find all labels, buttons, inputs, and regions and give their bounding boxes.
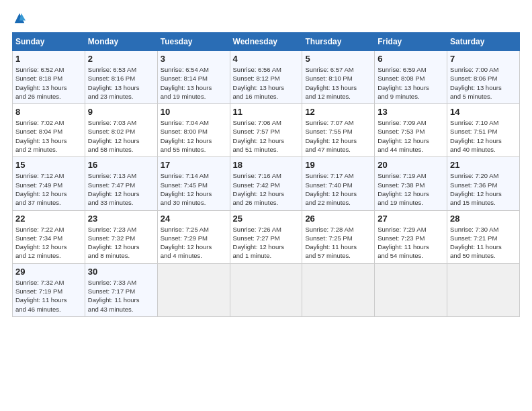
calendar-cell: 5Sunrise: 6:57 AM Sunset: 8:10 PM Daylig… <box>302 51 375 104</box>
calendar-cell: 28Sunrise: 7:30 AM Sunset: 7:21 PM Dayli… <box>447 210 520 263</box>
day-header-thursday: Thursday <box>302 33 375 51</box>
header <box>12 12 520 24</box>
calendar-cell: 27Sunrise: 7:29 AM Sunset: 7:23 PM Dayli… <box>375 210 447 263</box>
calendar-cell: 24Sunrise: 7:25 AM Sunset: 7:29 PM Dayli… <box>157 210 230 263</box>
day-info: Sunrise: 7:32 AM Sunset: 7:19 PM Dayligh… <box>15 278 82 314</box>
day-info: Sunrise: 7:17 AM Sunset: 7:40 PM Dayligh… <box>305 171 371 207</box>
calendar-cell: 26Sunrise: 7:28 AM Sunset: 7:25 PM Dayli… <box>302 210 375 263</box>
svg-marker-1 <box>19 13 26 21</box>
calendar-cell: 25Sunrise: 7:26 AM Sunset: 7:27 PM Dayli… <box>230 210 302 263</box>
day-info: Sunrise: 6:53 AM Sunset: 8:16 PM Dayligh… <box>88 65 154 101</box>
calendar-cell: 29Sunrise: 7:32 AM Sunset: 7:19 PM Dayli… <box>13 263 85 316</box>
week-row-0: 1Sunrise: 6:52 AM Sunset: 8:18 PM Daylig… <box>13 51 520 104</box>
day-info: Sunrise: 7:25 AM Sunset: 7:29 PM Dayligh… <box>161 225 227 261</box>
day-number: 16 <box>88 160 154 170</box>
day-number: 2 <box>88 54 154 64</box>
calendar-cell: 17Sunrise: 7:14 AM Sunset: 7:45 PM Dayli… <box>157 157 230 210</box>
week-row-4: 29Sunrise: 7:32 AM Sunset: 7:19 PM Dayli… <box>13 263 520 316</box>
day-number: 9 <box>88 107 154 117</box>
day-number: 22 <box>15 214 82 224</box>
day-info: Sunrise: 7:33 AM Sunset: 7:17 PM Dayligh… <box>88 278 154 314</box>
day-number: 13 <box>378 107 444 117</box>
day-number: 7 <box>450 54 517 64</box>
calendar-cell: 1Sunrise: 6:52 AM Sunset: 8:18 PM Daylig… <box>13 51 85 104</box>
day-number: 24 <box>161 214 227 224</box>
day-info: Sunrise: 7:30 AM Sunset: 7:21 PM Dayligh… <box>450 225 517 261</box>
week-row-3: 22Sunrise: 7:22 AM Sunset: 7:34 PM Dayli… <box>13 210 520 263</box>
day-header-saturday: Saturday <box>447 33 520 51</box>
week-row-1: 8Sunrise: 7:02 AM Sunset: 8:04 PM Daylig… <box>13 104 520 157</box>
calendar-cell: 10Sunrise: 7:04 AM Sunset: 8:00 PM Dayli… <box>157 104 230 157</box>
day-number: 18 <box>233 160 300 170</box>
day-number: 14 <box>450 107 517 117</box>
day-info: Sunrise: 6:57 AM Sunset: 8:10 PM Dayligh… <box>305 65 371 101</box>
calendar-cell <box>447 263 520 316</box>
calendar-cell: 23Sunrise: 7:23 AM Sunset: 7:32 PM Dayli… <box>85 210 157 263</box>
calendar-cell: 8Sunrise: 7:02 AM Sunset: 8:04 PM Daylig… <box>13 104 85 157</box>
calendar-cell: 4Sunrise: 6:56 AM Sunset: 8:12 PM Daylig… <box>230 51 302 104</box>
day-number: 10 <box>161 107 227 117</box>
day-number: 21 <box>450 160 517 170</box>
day-number: 12 <box>305 107 371 117</box>
day-number: 3 <box>161 54 227 64</box>
calendar-cell: 14Sunrise: 7:10 AM Sunset: 7:51 PM Dayli… <box>447 104 520 157</box>
day-info: Sunrise: 7:14 AM Sunset: 7:45 PM Dayligh… <box>161 171 227 207</box>
calendar-cell: 19Sunrise: 7:17 AM Sunset: 7:40 PM Dayli… <box>302 157 375 210</box>
day-info: Sunrise: 7:26 AM Sunset: 7:27 PM Dayligh… <box>233 225 300 261</box>
day-info: Sunrise: 7:13 AM Sunset: 7:47 PM Dayligh… <box>88 171 154 207</box>
day-number: 17 <box>161 160 227 170</box>
calendar-cell: 12Sunrise: 7:07 AM Sunset: 7:55 PM Dayli… <box>302 104 375 157</box>
day-info: Sunrise: 7:20 AM Sunset: 7:36 PM Dayligh… <box>450 171 517 207</box>
day-info: Sunrise: 6:54 AM Sunset: 8:14 PM Dayligh… <box>161 65 227 101</box>
calendar-cell: 9Sunrise: 7:03 AM Sunset: 8:02 PM Daylig… <box>85 104 157 157</box>
day-info: Sunrise: 7:00 AM Sunset: 8:06 PM Dayligh… <box>450 65 517 101</box>
calendar-cell: 22Sunrise: 7:22 AM Sunset: 7:34 PM Dayli… <box>13 210 85 263</box>
day-number: 27 <box>378 214 444 224</box>
day-info: Sunrise: 7:03 AM Sunset: 8:02 PM Dayligh… <box>88 118 154 154</box>
day-info: Sunrise: 7:04 AM Sunset: 8:00 PM Dayligh… <box>161 118 227 154</box>
week-row-2: 15Sunrise: 7:12 AM Sunset: 7:49 PM Dayli… <box>13 157 520 210</box>
calendar-cell: 20Sunrise: 7:19 AM Sunset: 7:38 PM Dayli… <box>375 157 447 210</box>
day-info: Sunrise: 6:56 AM Sunset: 8:12 PM Dayligh… <box>233 65 300 101</box>
day-header-tuesday: Tuesday <box>157 33 230 51</box>
day-info: Sunrise: 7:06 AM Sunset: 7:57 PM Dayligh… <box>233 118 300 154</box>
calendar-cell <box>375 263 447 316</box>
days-header-row: SundayMondayTuesdayWednesdayThursdayFrid… <box>13 33 520 51</box>
day-number: 29 <box>15 267 82 277</box>
calendar-cell <box>302 263 375 316</box>
day-info: Sunrise: 7:22 AM Sunset: 7:34 PM Dayligh… <box>15 225 82 261</box>
day-number: 25 <box>233 214 300 224</box>
day-header-sunday: Sunday <box>13 33 85 51</box>
day-number: 19 <box>305 160 371 170</box>
day-number: 4 <box>233 54 300 64</box>
day-info: Sunrise: 7:12 AM Sunset: 7:49 PM Dayligh… <box>15 171 82 207</box>
day-info: Sunrise: 6:59 AM Sunset: 8:08 PM Dayligh… <box>378 65 444 101</box>
day-number: 1 <box>15 54 82 64</box>
day-info: Sunrise: 7:16 AM Sunset: 7:42 PM Dayligh… <box>233 171 300 207</box>
calendar-table: SundayMondayTuesdayWednesdayThursdayFrid… <box>12 32 520 317</box>
day-number: 23 <box>88 214 154 224</box>
day-info: Sunrise: 7:07 AM Sunset: 7:55 PM Dayligh… <box>305 118 371 154</box>
day-info: Sunrise: 7:23 AM Sunset: 7:32 PM Dayligh… <box>88 225 154 261</box>
page: SundayMondayTuesdayWednesdayThursdayFrid… <box>0 0 532 324</box>
day-info: Sunrise: 7:02 AM Sunset: 8:04 PM Dayligh… <box>15 118 82 154</box>
day-info: Sunrise: 7:28 AM Sunset: 7:25 PM Dayligh… <box>305 225 371 261</box>
day-info: Sunrise: 7:29 AM Sunset: 7:23 PM Dayligh… <box>378 225 444 261</box>
calendar-cell: 7Sunrise: 7:00 AM Sunset: 8:06 PM Daylig… <box>447 51 520 104</box>
day-info: Sunrise: 6:52 AM Sunset: 8:18 PM Dayligh… <box>15 65 82 101</box>
day-number: 11 <box>233 107 300 117</box>
day-number: 20 <box>378 160 444 170</box>
calendar-cell: 2Sunrise: 6:53 AM Sunset: 8:16 PM Daylig… <box>85 51 157 104</box>
day-number: 28 <box>450 214 517 224</box>
calendar-cell: 13Sunrise: 7:09 AM Sunset: 7:53 PM Dayli… <box>375 104 447 157</box>
calendar-cell: 6Sunrise: 6:59 AM Sunset: 8:08 PM Daylig… <box>375 51 447 104</box>
day-number: 5 <box>305 54 371 64</box>
day-header-wednesday: Wednesday <box>230 33 302 51</box>
calendar-cell: 15Sunrise: 7:12 AM Sunset: 7:49 PM Dayli… <box>13 157 85 210</box>
day-number: 15 <box>15 160 82 170</box>
day-header-friday: Friday <box>375 33 447 51</box>
day-number: 6 <box>378 54 444 64</box>
calendar-cell <box>230 263 302 316</box>
calendar-cell: 16Sunrise: 7:13 AM Sunset: 7:47 PM Dayli… <box>85 157 157 210</box>
calendar-cell: 30Sunrise: 7:33 AM Sunset: 7:17 PM Dayli… <box>85 263 157 316</box>
